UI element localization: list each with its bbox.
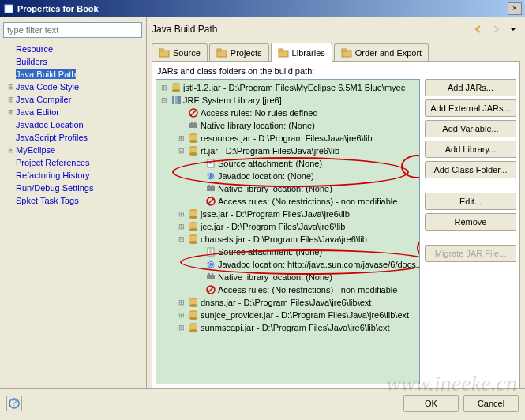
nav-item[interactable]: Java Build Path (5, 68, 143, 81)
expand-icon[interactable]: ⊞ (6, 108, 16, 116)
tree-row[interactable]: @Javadoc location: (None) (156, 170, 419, 182)
svg-point-44 (189, 241, 197, 244)
forward-button[interactable] (489, 22, 503, 36)
add-external-jars-button[interactable]: Add External JARs... (425, 99, 516, 117)
svg-line-16 (190, 110, 197, 116)
svg-point-60 (189, 317, 197, 320)
nav-item-label: Builders (16, 57, 47, 66)
page-heading: Java Build Path (152, 24, 468, 35)
expand-icon[interactable]: ⊞ (177, 210, 186, 218)
right-panel: Java Build Path SourceProjectsLibrariesO… (147, 17, 525, 388)
tree-row[interactable]: Native library location: (None) (156, 182, 419, 195)
back-button[interactable] (471, 22, 486, 36)
nav-item-label: Java Compiler (16, 95, 71, 104)
svg-line-35 (208, 198, 214, 204)
expand-icon[interactable]: ⊞ (159, 84, 169, 92)
libraries-tree[interactable]: ⊞jstl-1.2.jar - D:\Program Files\MyEclip… (156, 79, 420, 384)
nav-item[interactable]: ⊞Java Code Style (5, 81, 143, 93)
tree-row[interactable]: ⊞sunmscapi.jar - D:\Program Files\Java\j… (156, 321, 419, 334)
svg-rect-13 (175, 96, 178, 104)
nav-item[interactable]: Refactoring History (5, 169, 143, 182)
expand-icon[interactable]: ⊞ (177, 134, 186, 142)
expand-icon[interactable]: ⊞ (6, 83, 16, 91)
nav-item[interactable]: Resource (5, 43, 143, 55)
tree-row[interactable]: Native library location: (None) (156, 271, 419, 283)
expand-icon[interactable]: ⊞ (177, 324, 186, 332)
tab[interactable]: Order and Export (334, 43, 429, 61)
jar-icon (188, 322, 199, 333)
expand-icon[interactable]: ⊟ (177, 147, 186, 155)
svg-rect-4 (217, 49, 221, 51)
nav-tree: ResourceBuildersJava Build Path⊞Java Cod… (3, 43, 143, 207)
nav-item-label: Java Editor (16, 107, 59, 117)
menu-button[interactable] (506, 22, 520, 36)
expand-icon[interactable]: ⊞ (6, 96, 16, 103)
expand-icon[interactable]: ⊞ (6, 146, 16, 154)
jar-icon (188, 208, 199, 219)
nav-item-label: JavaScript Profiles (16, 133, 88, 142)
add-jars-button[interactable]: Add JARs... (425, 79, 516, 96)
expand-icon[interactable]: ⊟ (177, 235, 186, 243)
jar-icon (188, 309, 199, 321)
expand-icon[interactable]: ⊞ (177, 223, 186, 231)
svg-rect-52 (212, 273, 213, 275)
cancel-button[interactable]: Cancel (463, 395, 519, 412)
nav-item[interactable]: Spket Task Tags (5, 194, 143, 207)
migrate-jar-button: Migrate JAR File... (425, 245, 516, 262)
tab[interactable]: Libraries (271, 43, 332, 62)
tab-icon (216, 48, 227, 58)
tree-row[interactable]: ⊟JRE System Library [jre6] (156, 94, 419, 107)
tree-row[interactable]: Access rules: (No restrictions) - non mo… (156, 283, 419, 296)
tree-row[interactable]: ⊞sunjce_provider.jar - D:\Program Files\… (156, 309, 419, 321)
tree-row[interactable]: ⊞resources.jar - D:\Program Files\Java\j… (156, 132, 419, 144)
svg-rect-32 (208, 185, 210, 186)
edit-button[interactable]: Edit... (425, 193, 516, 210)
tree-row[interactable]: ⊞dnsns.jar - D:\Program Files\Java\jre6\… (156, 296, 419, 309)
tree-row[interactable]: @Javadoc location: http://java.sun.com/j… (156, 258, 419, 271)
window-title: Properties for Book (17, 4, 99, 13)
add-variable-button[interactable]: Add Variable... (425, 120, 516, 137)
nav-item[interactable]: Javadoc Location (5, 118, 143, 131)
add-library-button[interactable]: Add Library... (425, 141, 516, 158)
jar-icon (188, 234, 199, 245)
tree-row[interactable]: Native library location: (None) (156, 119, 419, 132)
svg-text:?: ? (12, 398, 17, 407)
nav-item[interactable]: Project References (5, 156, 143, 169)
add-class-folder-button[interactable]: Add Class Folder... (425, 161, 516, 178)
nav-item[interactable]: ⊞MyEclipse (5, 144, 143, 156)
nav-item[interactable]: ⊞Java Editor (5, 106, 143, 118)
svg-rect-50 (207, 275, 215, 279)
expand-icon[interactable]: ⊟ (159, 96, 169, 104)
jdoc-icon: @ (205, 259, 216, 270)
svg-rect-18 (191, 122, 193, 123)
filter-input[interactable] (3, 22, 142, 38)
tab-bar: SourceProjectsLibrariesOrder and Export (152, 43, 520, 62)
tree-row-label: rt.jar - D:\Program Files\Java\jre6\lib (201, 146, 339, 156)
nav-item[interactable]: ⊞Java Compiler (5, 93, 143, 106)
nav-item-label: MyEclipse (16, 145, 55, 155)
tree-row[interactable]: ⊞jstl-1.2.jar - D:\Program Files\MyEclip… (156, 81, 419, 94)
expand-icon[interactable]: ⊞ (177, 311, 186, 319)
close-button[interactable]: × (508, 2, 522, 15)
tree-row[interactable]: ⊟rt.jar - D:\Program Files\Java\jre6\lib (156, 144, 419, 157)
tree-row[interactable]: ⊞jsse.jar - D:\Program Files\Java\jre6\l… (156, 208, 419, 220)
ok-button[interactable]: OK (403, 395, 459, 412)
tab-content: JARs and class folders on the build path… (152, 62, 520, 388)
nav-item[interactable]: JavaScript Profiles (5, 131, 143, 144)
nav-item[interactable]: Builders (5, 55, 143, 68)
tree-row[interactable]: ⊞jce.jar - D:\Program Files\Java\jre6\li… (156, 220, 419, 233)
help-button[interactable]: ? (6, 396, 22, 411)
svg-point-41 (189, 228, 197, 231)
tree-row[interactable]: Access rules: No rules defined (156, 107, 419, 119)
tab[interactable]: Projects (209, 43, 269, 61)
tree-row[interactable]: ⊟charsets.jar - D:\Program Files\Java\jr… (156, 233, 419, 246)
tree-row[interactable]: Source attachment: (None) (156, 246, 419, 258)
tree-row[interactable]: Access rules: (No restrictions) - non mo… (156, 195, 419, 208)
remove-button[interactable]: Remove (425, 213, 516, 231)
tree-row[interactable]: Source attachment: (None) (156, 157, 419, 170)
expand-icon[interactable]: ⊞ (177, 298, 186, 306)
tab-label: Libraries (292, 48, 325, 58)
tab[interactable]: Source (152, 43, 208, 61)
nav-item[interactable]: Run/Debug Settings (5, 182, 143, 194)
jdoc-icon: @ (205, 171, 216, 182)
